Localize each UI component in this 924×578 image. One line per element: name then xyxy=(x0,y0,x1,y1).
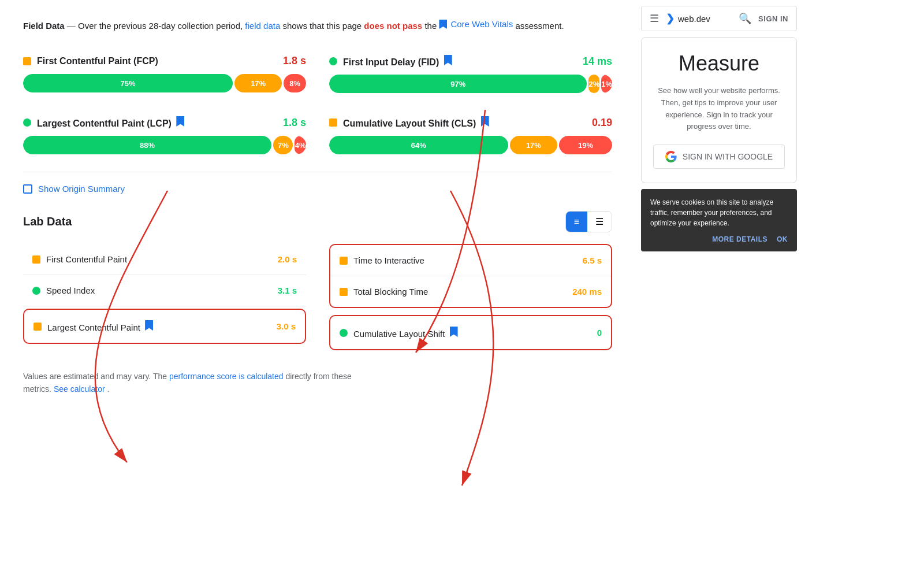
cls-field-bar-green: 64% xyxy=(329,136,508,154)
search-icon[interactable]: 🔍 xyxy=(739,12,751,25)
lcp-field-bar-green: 88% xyxy=(23,136,271,154)
more-details-button[interactable]: MORE DETAILS xyxy=(712,235,767,243)
hamburger-icon[interactable]: ☰ xyxy=(650,12,659,25)
lab-data-section: Lab Data ≡ ☰ First Contentful Paint 2.0 … xyxy=(23,211,612,353)
lab-tbt-name: Total Blocking Time xyxy=(353,287,567,297)
ok-button[interactable]: OK xyxy=(777,235,788,243)
fcp-bar-green: 75% xyxy=(23,74,233,92)
cwv-bookmark-icon xyxy=(439,20,447,29)
show-origin-label[interactable]: Show Origin Summary xyxy=(38,184,125,194)
google-signin-button[interactable]: SIGN IN WITH GOOGLE xyxy=(653,144,785,169)
cookie-actions: MORE DETAILS OK xyxy=(650,235,788,243)
measure-card: Measure See how well your website perfor… xyxy=(641,37,797,183)
show-origin-row[interactable]: Show Origin Summary xyxy=(23,184,612,194)
lcp-field-bar-red: 4% xyxy=(295,136,306,154)
lab-lcp-value: 3.0 s xyxy=(277,321,296,331)
metric-fcp: First Contentful Paint (FCP) 1.8 s 75% 1… xyxy=(23,49,306,99)
lcp-field-bookmark xyxy=(176,116,184,127)
calculator-link[interactable]: See calculator xyxy=(54,384,105,394)
webdev-topbar: ☰ ❯ web.dev 🔍 SIGN IN xyxy=(641,6,797,31)
cls-field-bar: 64% 17% 19% xyxy=(329,136,612,154)
lab-lcp-name: Largest Contentful Paint xyxy=(47,320,271,332)
fid-bookmark xyxy=(444,55,452,65)
metric-fcp-header: First Contentful Paint (FCP) 1.8 s xyxy=(23,55,306,67)
fid-icon xyxy=(329,57,337,65)
lab-si-row: Speed Index 3.1 s xyxy=(23,275,306,306)
footer-notes: Values are estimated and may vary. The p… xyxy=(23,370,612,396)
measure-title: Measure xyxy=(653,51,785,76)
cls-field-bar-orange: 17% xyxy=(510,136,557,154)
metric-fid: First Input Delay (FID) 14 ms 97% 2% 1% xyxy=(329,49,612,99)
lab-tbt-row: Total Blocking Time 240 ms xyxy=(330,276,611,307)
cls-field-bar-red: 19% xyxy=(559,136,612,154)
fcp-title: First Contentful Paint (FCP) xyxy=(37,56,277,66)
field-data-link[interactable]: field data xyxy=(245,21,280,31)
lcp-field-bar: 88% 7% 4% xyxy=(23,136,306,154)
fid-value: 14 ms xyxy=(583,55,612,68)
header-desc1: — Over the previous 28-day collection pe… xyxy=(67,21,245,31)
lab-cls-value: 0 xyxy=(597,328,602,338)
lab-data-header: Lab Data ≡ ☰ xyxy=(23,211,612,232)
field-data-label: Field Data xyxy=(23,21,65,31)
lab-lcp-row: Largest Contentful Paint 3.0 s xyxy=(23,309,306,344)
cookie-text: We serve cookies on this site to analyze… xyxy=(650,197,788,228)
tti-tbt-highlight-group: Time to Interactive 6.5 s Total Blocking… xyxy=(329,244,612,308)
metric-lcp-field: Largest Contentful Paint (LCP) 1.8 s 88%… xyxy=(23,110,306,160)
metric-fid-header: First Input Delay (FID) 14 ms xyxy=(329,55,612,68)
lab-left-column: First Contentful Paint 2.0 s Speed Index… xyxy=(23,244,306,353)
metric-lcp-field-header: Largest Contentful Paint (LCP) 1.8 s xyxy=(23,116,306,129)
perf-score-link[interactable]: performance score is calculated xyxy=(169,372,284,381)
header-desc2: shows that this page xyxy=(282,21,364,31)
footer-text3: metrics. xyxy=(23,384,54,394)
lab-fcp-value: 2.0 s xyxy=(278,254,297,264)
lab-tbt-value: 240 ms xyxy=(572,287,602,297)
signin-text[interactable]: SIGN IN xyxy=(758,14,788,23)
field-metrics-grid: First Contentful Paint (FCP) 1.8 s 75% 1… xyxy=(23,49,612,172)
lab-si-icon xyxy=(32,287,40,295)
fid-bar-red: 1% xyxy=(601,75,612,93)
lcp-field-title: Largest Contentful Paint (LCP) xyxy=(37,116,277,129)
measure-desc: See how well your website performs. Then… xyxy=(653,85,785,133)
lab-fcp-name: First Contentful Paint xyxy=(46,254,272,264)
cls-field-bookmark xyxy=(481,116,489,127)
footer-text1: Values are estimated and may vary. The xyxy=(23,372,169,381)
core-web-vitals-link[interactable]: Core Web Vitals xyxy=(439,17,513,31)
metric-cls-field: Cumulative Layout Shift (CLS) 0.19 64% 1… xyxy=(329,110,612,160)
lcp-field-bar-orange: 7% xyxy=(273,136,293,154)
webdev-arrow-icon: ❯ xyxy=(666,12,675,25)
lab-si-value: 3.1 s xyxy=(278,286,297,295)
lab-cls-icon xyxy=(340,329,348,337)
fid-bar-green: 97% xyxy=(329,75,587,93)
view-toggle[interactable]: ≡ ☰ xyxy=(565,211,612,232)
lab-metrics-grid: First Contentful Paint 2.0 s Speed Index… xyxy=(23,244,612,353)
header-desc3: the xyxy=(424,21,439,31)
cls-field-icon xyxy=(329,118,337,127)
fid-bar: 97% 2% 1% xyxy=(329,75,612,93)
fid-title: First Input Delay (FID) xyxy=(343,55,577,68)
cls-field-title: Cumulative Layout Shift (CLS) xyxy=(343,116,586,129)
footer-text4: . xyxy=(107,384,110,394)
lab-tti-icon xyxy=(340,257,348,265)
fcp-value: 1.8 s xyxy=(283,55,306,67)
lab-cls-bookmark xyxy=(450,327,458,337)
footer-text2: directly from these xyxy=(285,372,351,381)
show-origin-checkbox[interactable] xyxy=(23,184,32,194)
lab-data-title: Lab Data xyxy=(23,215,72,228)
cookie-banner: We serve cookies on this site to analyze… xyxy=(641,189,797,251)
lab-fcp-row: First Contentful Paint 2.0 s xyxy=(23,244,306,275)
lcp-field-value: 1.8 s xyxy=(283,117,306,129)
fail-text: does not pass xyxy=(364,21,422,31)
lab-right-column: Time to Interactive 6.5 s Total Blocking… xyxy=(329,244,612,353)
fid-bar-orange: 2% xyxy=(588,75,599,93)
cls-field-value: 0.19 xyxy=(592,117,612,129)
lab-cls-name: Cumulative Layout Shift xyxy=(353,327,591,339)
webdev-logo: ❯ web.dev xyxy=(666,12,710,25)
metric-cls-field-header: Cumulative Layout Shift (CLS) 0.19 xyxy=(329,116,612,129)
main-content: Field Data — Over the previous 28-day co… xyxy=(0,0,635,578)
toggle-grid-btn[interactable]: ≡ xyxy=(566,212,587,232)
cwv-link-text: Core Web Vitals xyxy=(450,17,513,31)
toggle-list-btn[interactable]: ☰ xyxy=(587,212,612,232)
fcp-bar-red: 8% xyxy=(284,74,306,92)
lab-tbt-icon xyxy=(340,288,348,296)
lcp-field-icon xyxy=(23,118,31,127)
